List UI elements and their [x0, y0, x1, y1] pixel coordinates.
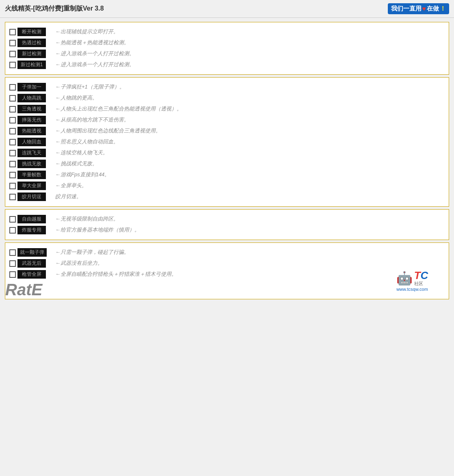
feature-btn-1-5[interactable]: 人物回血	[17, 138, 46, 146]
checkbox-2-1[interactable]	[9, 227, 16, 234]
section-1: 断开检测 ←出现辅线提示立即打开。 热遇过检 ←热能透视＋热能透视过检测。 新过…	[5, 22, 449, 75]
feature-row-1-7: 挑战无敌 ←挑战模式无敌。	[9, 158, 445, 169]
feature-btn-1-1[interactable]: 人物高跳	[17, 94, 46, 102]
feature-btn-1-4[interactable]: 热能透视	[17, 127, 46, 135]
section-3: 自由越服 ←无视等级限制自由跨区。 炸服专用 ←给官方服务器本地端炸（慎用）。	[5, 209, 449, 240]
checkbox-1-10[interactable]	[9, 194, 16, 200]
app-header: 火线精英-[吃鸡付费]重制版Ver 3.8 我们一直用 ♥ 在做 ！	[0, 0, 454, 18]
checkbox-0-1[interactable]	[9, 40, 16, 46]
feature-row-1-8: 半量帧数 ←游戏Fps直接到144。	[9, 169, 445, 180]
checkbox-1-6[interactable]	[9, 150, 16, 156]
feature-row-0-2: 新过检测 ←进入游戏杀一个人打开过检测。	[9, 48, 445, 59]
feature-row-1-3: 摔落无伤 ←从很高的地方跳下不造伤害。	[9, 115, 445, 125]
feature-desc-1-8: ←游戏Fps直接到144。	[52, 171, 445, 179]
section-2: 子弹加一 ←子弹疯狂+1（无限子弹）。 人物高跳 ←人物跳的更高。 三角透视 ←…	[5, 77, 449, 207]
checkbox-label-1-1: 人物高跳	[9, 94, 52, 102]
checkbox-1-5[interactable]	[9, 139, 16, 145]
section-1-inner: 断开检测 ←出现辅线提示立即打开。 热遇过检 ←热能透视＋热能透视过检测。 新过…	[9, 25, 445, 72]
feature-btn-1-2[interactable]: 三角透视	[17, 105, 46, 113]
checkbox-0-3[interactable]	[9, 62, 16, 68]
feature-row-1-6: 连跳飞天 ←连续空格人物飞天。	[9, 147, 445, 158]
header-badge: 我们一直用 ♥ 在做 ！	[388, 3, 450, 14]
checkbox-3-0[interactable]	[9, 249, 16, 256]
badge-exclaim: ！	[440, 5, 446, 13]
checkbox-label-0-1: 热遇过检	[9, 39, 52, 47]
feature-row-1-4: 热能透视 ←人物周围出现红色边线配合三角透视使用。	[9, 125, 445, 136]
badge-text: 我们一直用	[391, 5, 422, 13]
feature-btn-0-3[interactable]: 新过检测1	[17, 61, 46, 69]
checkbox-1-3[interactable]	[9, 117, 16, 123]
checkbox-label-2-0: 自由越服	[9, 215, 52, 223]
feature-desc-1-5: ←照名思义人物自动回血。	[52, 138, 445, 146]
checkbox-label-3-2: 枪管全屏	[9, 270, 52, 279]
feature-desc-1-4: ←人物周围出现红色边线配合三角透视使用。	[52, 127, 445, 135]
feature-btn-0-0[interactable]: 断开检测	[17, 28, 46, 36]
checkbox-0-2[interactable]	[9, 51, 16, 57]
checkbox-label-1-7: 挑战无敌	[9, 160, 52, 168]
checkbox-label-1-2: 三角透视	[9, 105, 52, 113]
feature-desc-2-1: ←给官方服务器本地端炸（慎用）。	[52, 226, 445, 234]
robot-icon: 🤖	[396, 270, 413, 286]
checkbox-label-1-5: 人物回血	[9, 138, 52, 146]
feature-btn-1-7[interactable]: 挑战无敌	[17, 160, 46, 168]
feature-btn-3-0[interactable]: 就一颗子弹	[17, 248, 47, 257]
checkbox-label-0-0: 断开检测	[9, 28, 52, 36]
checkbox-label-1-8: 半量帧数	[9, 171, 52, 179]
feature-row-0-0: 断开检测 ←出现辅线提示立即打开。	[9, 26, 445, 37]
feature-btn-3-2[interactable]: 枪管全屏	[17, 270, 46, 279]
checkbox-1-7[interactable]	[9, 161, 16, 167]
feature-row-1-10: 皎月切逞 皎月切速。	[9, 191, 445, 202]
feature-desc-1-3: ←从很高的地方跳下不造伤害。	[52, 116, 445, 124]
checkbox-label-3-0: 就一颗子弹	[9, 248, 52, 257]
feature-btn-2-0[interactable]: 自由越服	[17, 215, 46, 223]
community-label: 社区	[414, 281, 423, 287]
checkbox-1-0[interactable]	[9, 84, 16, 91]
rate-label: RatE	[5, 281, 42, 299]
heart-icon: ♥	[422, 5, 426, 13]
feature-desc-1-10: 皎月切速。	[52, 193, 445, 201]
feature-btn-0-1[interactable]: 热遇过检	[17, 39, 46, 47]
checkbox-0-0[interactable]	[9, 29, 16, 35]
feature-row-1-2: 三角透视 ←人物头上出现红色三角配合热能透视使用（透视）。	[9, 104, 445, 115]
feature-btn-1-3[interactable]: 摔落无伤	[17, 116, 46, 124]
checkbox-label-0-2: 新过检测	[9, 50, 52, 58]
checkbox-1-8[interactable]	[9, 172, 16, 178]
feature-desc-0-0: ←出现辅线提示立即打开。	[52, 28, 445, 36]
checkbox-2-0[interactable]	[9, 216, 16, 223]
feature-btn-1-9[interactable]: 举大全屏	[17, 182, 46, 190]
checkbox-1-9[interactable]	[9, 183, 16, 189]
feature-row-3-0: 就一颗子弹 ←只需一颗子弹，碰起了行骗。	[9, 247, 445, 258]
checkbox-3-1[interactable]	[9, 260, 16, 267]
checkbox-label-1-9: 举大全屏	[9, 182, 52, 190]
feature-btn-0-2[interactable]: 新过检测	[17, 50, 46, 58]
checkbox-label-2-1: 炸服专用	[9, 226, 52, 234]
feature-btn-1-6[interactable]: 连跳飞天	[17, 149, 46, 157]
feature-desc-1-6: ←连续空格人物飞天。	[52, 149, 445, 157]
feature-desc-0-3: ←进入游戏杀一个人打开过检测。	[52, 61, 445, 69]
feature-btn-1-10[interactable]: 皎月切逞	[17, 193, 46, 201]
section-4: 就一颗子弹 ←只需一颗子弹，碰起了行骗。 武器无后 ←武器没有后坐力。 枪管全屏…	[5, 242, 449, 299]
feature-desc-1-7: ←挑战模式无敌。	[52, 160, 445, 168]
checkbox-label-1-4: 热能透视	[9, 127, 52, 135]
checkbox-1-4[interactable]	[9, 128, 16, 134]
checkbox-label-3-1: 武器无后	[9, 259, 52, 268]
checkbox-1-2[interactable]	[9, 106, 16, 113]
checkbox-1-1[interactable]	[9, 95, 16, 102]
feature-row-2-1: 炸服专用 ←给官方服务器本地端炸（慎用）。	[9, 225, 445, 236]
feature-btn-1-0[interactable]: 子弹加一	[17, 83, 46, 91]
feature-row-2-0: 自由越服 ←无视等级限制自由跨区。	[9, 214, 445, 225]
checkbox-label-1-6: 连跳飞天	[9, 149, 52, 157]
feature-desc-0-1: ←热能透视＋热能透视过检测。	[52, 39, 445, 47]
feature-row-1-1: 人物高跳 ←人物跳的更高。	[9, 93, 445, 104]
checkbox-3-2[interactable]	[9, 271, 16, 278]
feature-row-1-9: 举大全屏 ←全屏举头。	[9, 180, 445, 191]
tc-url: www.tcsqw.com	[396, 287, 428, 292]
feature-row-0-1: 热遇过检 ←热能透视＋热能透视过检测。	[9, 37, 445, 48]
feature-desc-2-0: ←无视等级限制自由跨区。	[52, 215, 445, 223]
checkbox-label-1-3: 摔落无伤	[9, 116, 52, 124]
tc-brand: TC	[414, 270, 428, 281]
feature-btn-1-8[interactable]: 半量帧数	[17, 171, 46, 179]
badge-suffix: 在做	[427, 5, 439, 13]
feature-btn-2-1[interactable]: 炸服专用	[17, 226, 46, 234]
feature-btn-3-1[interactable]: 武器无后	[17, 259, 46, 268]
